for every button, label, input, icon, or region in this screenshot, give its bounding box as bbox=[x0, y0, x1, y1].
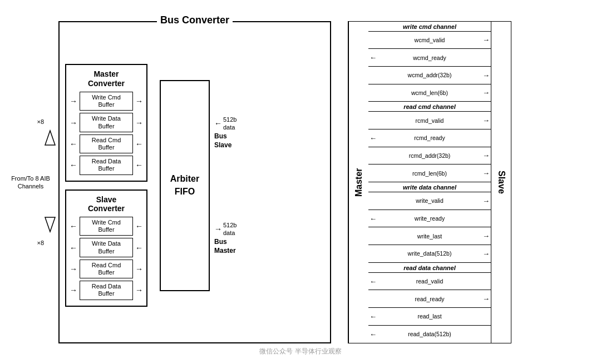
arrow-left-slave1: ← bbox=[70, 222, 77, 230]
master-buffer-row-3: ← Read CmdBuffer ← bbox=[70, 134, 143, 153]
bus-master-group: → 512bdata BusMaster bbox=[214, 221, 237, 256]
arrow-left-icon3: ← bbox=[70, 161, 77, 169]
read-data-channel-title: read data channel bbox=[368, 263, 491, 273]
wcmd-addr-row: wcmd_addr(32b) → bbox=[368, 67, 491, 84]
from-to-label: From/To 8 AIB Channels bbox=[11, 174, 50, 190]
arrow-right-slave3: → bbox=[70, 286, 77, 294]
arrow-right-icon3: → bbox=[70, 119, 77, 127]
wcmd-valid-row: wcmd_valid → bbox=[368, 32, 491, 49]
read-valid-arrow: ← bbox=[370, 277, 377, 286]
signals-column: write cmd channel wcmd_valid → wcmd_read… bbox=[368, 22, 491, 343]
master-converter-block: MasterConverter → Write CmdBuffer → → Wr… bbox=[65, 64, 147, 181]
slave-converter-block: SlaveConverter ← Write CmdBuffer ← ← Wri… bbox=[65, 190, 147, 307]
slave-column-label: Slave bbox=[491, 22, 511, 343]
read-ready-label: read_ready bbox=[413, 296, 445, 302]
wcmd-addr-label: wcmd_addr(32b) bbox=[407, 72, 453, 78]
signal-diagram: Master write cmd channel wcmd_valid → wc… bbox=[348, 21, 511, 343]
write-valid-row: write_valid → bbox=[368, 192, 491, 210]
read-cmd-channel-group: read cmd channel rcmd_valid → rcmd_ready… bbox=[368, 102, 491, 182]
wcmd-valid-arrow: → bbox=[482, 36, 490, 44]
write-data-buffer-slave: Write DataBuffer bbox=[80, 238, 133, 257]
write-last-label: write_last bbox=[416, 233, 443, 240]
x8-top-label: ×8 bbox=[37, 118, 44, 125]
rcmd-ready-row: rcmd_ready ← bbox=[368, 129, 491, 147]
write-ready-label: write_ready bbox=[413, 215, 446, 222]
bus-master-label: BusMaster bbox=[214, 238, 236, 255]
wcmd-addr-arrow: → bbox=[482, 71, 490, 79]
slave-buffer-row-2: ← Write DataBuffer ← bbox=[70, 238, 143, 257]
diagram-container: From/To 8 AIB Channels ×8 ×8 Bus Convert… bbox=[0, 0, 601, 364]
bus-master-arrow-row: → 512bdata bbox=[214, 221, 237, 237]
write-data-row: write_data(512b) → bbox=[368, 245, 491, 262]
bus-slave-arrow-row: ← 512bdata bbox=[214, 116, 237, 132]
right-bus-labels: ← 512bdata BusSlave → 512bdata BusMaster bbox=[214, 80, 254, 291]
master-buffer-row-2: → Write DataBuffer → bbox=[70, 113, 143, 132]
write-valid-label: write_valid bbox=[415, 197, 445, 204]
master-converter-title: MasterConverter bbox=[70, 69, 143, 88]
slave-buffer-row-3: → Read CmdBuffer → bbox=[70, 260, 143, 278]
write-data-arrow: → bbox=[482, 250, 490, 258]
write-data-channel-title: write data channel bbox=[368, 182, 491, 192]
write-cmd-buffer-master: Write CmdBuffer bbox=[80, 92, 133, 111]
read-valid-row: read_valid ← bbox=[368, 273, 491, 291]
arrow-left-icon: ← bbox=[70, 140, 77, 148]
rcmd-len-arrow: → bbox=[482, 169, 490, 177]
read-ready-row: read_ready → bbox=[368, 290, 491, 308]
rcmd-ready-arrow: ← bbox=[370, 134, 377, 142]
write-valid-arrow: → bbox=[482, 197, 490, 205]
slave-converter-title: SlaveConverter bbox=[70, 195, 143, 214]
write-last-row: write_last → bbox=[368, 227, 491, 245]
arrow-right-slave4: → bbox=[135, 286, 143, 294]
write-cmd-buffer-slave: Write CmdBuffer bbox=[80, 217, 133, 236]
svg-marker-0 bbox=[45, 131, 55, 145]
master-buffer-row-1: → Write CmdBuffer → bbox=[70, 92, 143, 111]
wcmd-ready-label: wcmd_ready bbox=[412, 54, 447, 61]
arrow-left-icon2: ← bbox=[135, 140, 143, 148]
read-data-buffer-slave: Read DataBuffer bbox=[80, 281, 133, 300]
bus-slave-label: BusSlave bbox=[214, 132, 231, 149]
write-last-arrow: → bbox=[482, 232, 490, 240]
read-cmd-buffer-master: Read CmdBuffer bbox=[80, 134, 133, 153]
write-ready-arrow: ← bbox=[370, 215, 377, 223]
rcmd-valid-label: rcmd_valid bbox=[415, 117, 445, 124]
arbiter-fifo-box: ArbiterFIFO bbox=[160, 80, 210, 291]
arrow-right-icon2: → bbox=[135, 97, 143, 105]
rcmd-len-row: rcmd_len(6b) → bbox=[368, 164, 491, 182]
wcmd-ready-row: wcmd_ready ← bbox=[368, 49, 491, 67]
read-valid-label: read_valid bbox=[415, 278, 444, 285]
arrow-right-master-bus: → bbox=[214, 225, 222, 233]
arrow-right-icon4: → bbox=[135, 119, 143, 127]
read-cmd-channel-title: read cmd channel bbox=[368, 102, 491, 112]
read-data-label: read_data(512b) bbox=[407, 331, 452, 337]
rcmd-len-label: rcmd_len(6b) bbox=[411, 170, 448, 177]
write-cmd-channel-group: write cmd channel wcmd_valid → wcmd_read… bbox=[368, 22, 491, 102]
arrow-left-slave2: ← bbox=[135, 222, 143, 230]
arrow-right-slave1: → bbox=[70, 265, 77, 273]
arrow-left-slave4: ← bbox=[135, 244, 143, 252]
data-label-top: 512bdata bbox=[223, 116, 237, 132]
bus-converter-title: Bus Converter bbox=[157, 14, 233, 26]
arrow-left-slave-bus: ← bbox=[214, 119, 222, 128]
data-label-bottom: 512bdata bbox=[223, 221, 237, 237]
master-column-label: Master bbox=[348, 22, 368, 343]
rcmd-ready-label: rcmd_ready bbox=[413, 134, 446, 141]
write-data-label: write_data(512b) bbox=[407, 250, 453, 257]
read-data-row: read_data(512b) ← bbox=[368, 326, 491, 343]
read-last-arrow: ← bbox=[370, 312, 377, 321]
rcmd-addr-label: rcmd_addr(32b) bbox=[408, 152, 452, 159]
read-cmd-buffer-slave: Read CmdBuffer bbox=[80, 260, 133, 278]
wcmd-len-arrow: → bbox=[482, 88, 490, 97]
rcmd-valid-row: rcmd_valid → bbox=[368, 112, 491, 129]
write-ready-row: write_ready ← bbox=[368, 210, 491, 228]
bus-converter-box: Bus Converter MasterConverter → Write Cm… bbox=[58, 21, 331, 343]
write-data-buffer-master: Write DataBuffer bbox=[80, 113, 133, 132]
wcmd-valid-label: wcmd_valid bbox=[413, 37, 446, 43]
arrow-right-icon: → bbox=[70, 97, 77, 105]
write-data-channel-group: write data channel write_valid → write_r… bbox=[368, 182, 491, 263]
rcmd-addr-arrow: → bbox=[482, 151, 490, 159]
arrow-left-slave3: ← bbox=[70, 244, 77, 252]
svg-marker-1 bbox=[45, 217, 55, 232]
bus-slave-group: ← 512bdata BusSlave bbox=[214, 116, 237, 150]
arrow-right-slave2: → bbox=[135, 265, 143, 273]
wcmd-len-row: wcmd_len(6b) → bbox=[368, 84, 491, 102]
